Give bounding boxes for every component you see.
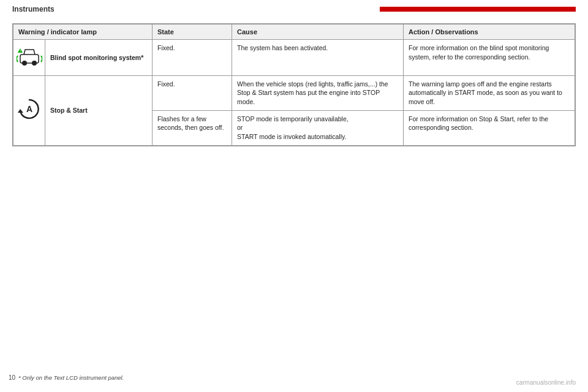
stop-start-action-text-2: For more information on Stop & Start, re… xyxy=(409,115,570,132)
blind-spot-state-text: Fixed. xyxy=(157,43,227,53)
stop-start-cause-text-1: When the vehicle stops (red lights, traf… xyxy=(237,80,398,107)
footnote-text: * Only on the Text LCD instrument panel. xyxy=(18,374,124,381)
blind-spot-cause: The system has been activated. xyxy=(232,40,404,76)
stop-start-cause-1: When the vehicle stops (red lights, traf… xyxy=(232,75,404,110)
col-header-action: Action / Observations xyxy=(404,24,575,40)
stop-start-state-text-2: Flashes for a few seconds, then goes off… xyxy=(157,115,227,132)
stop-start-label: Stop & Start xyxy=(50,106,147,115)
blind-spot-icon-cell: ! xyxy=(13,40,45,76)
footnote: * Only on the Text LCD instrument panel. xyxy=(18,374,124,381)
blind-spot-action: For more information on the blind spot m… xyxy=(404,40,575,76)
stop-start-icon: A xyxy=(17,97,42,121)
watermark: carmanualsonline.info xyxy=(516,379,576,386)
stop-start-action-text-1: The warning lamp goes off and the engine… xyxy=(409,80,570,107)
stop-start-icon-cell: A xyxy=(13,75,45,145)
col-header-cause: Cause xyxy=(232,24,404,40)
stop-start-action-2: For more information on Stop & Start, re… xyxy=(404,110,575,145)
table-row-blind-spot: ! Blind spot monitoring system* Fixed. T… xyxy=(13,40,575,76)
table-row-stop-start-1: A Stop & Start Fixed. When the vehicle s… xyxy=(13,75,575,110)
page-header: Instruments xyxy=(0,0,588,16)
table-header-row: Warning / indicator lamp State Cause Act… xyxy=(13,24,575,40)
stop-start-state-1: Fixed. xyxy=(153,75,232,110)
col-header-state: State xyxy=(153,24,232,40)
stop-start-cause-2: STOP mode is temporarily unavailable,orS… xyxy=(232,110,404,145)
blind-spot-name-cell: Blind spot monitoring system* xyxy=(45,40,153,76)
stop-start-name-cell: Stop & Start xyxy=(45,75,153,145)
blind-spot-label: Blind spot monitoring system* xyxy=(50,53,147,62)
blind-spot-state: Fixed. xyxy=(153,40,232,76)
warning-table: Warning / indicator lamp State Cause Act… xyxy=(13,24,575,146)
stop-start-action-1: The warning lamp goes off and the engine… xyxy=(404,75,575,110)
col-header-warning: Warning / indicator lamp xyxy=(13,24,153,40)
stop-start-state-2: Flashes for a few seconds, then goes off… xyxy=(153,110,232,145)
header-accent-bar xyxy=(380,7,576,12)
blind-spot-cause-text: The system has been activated. xyxy=(237,43,398,53)
main-table-container: Warning / indicator lamp State Cause Act… xyxy=(12,23,576,146)
stop-start-cause-text-2: STOP mode is temporarily unavailable,orS… xyxy=(237,115,398,141)
svg-point-1 xyxy=(22,61,27,66)
svg-text:A: A xyxy=(26,104,32,114)
page-title: Instruments xyxy=(12,5,374,13)
page-number: 10 xyxy=(9,374,15,381)
svg-marker-5 xyxy=(18,109,23,113)
stop-start-state-text-1: Fixed. xyxy=(157,80,227,89)
svg-point-2 xyxy=(32,61,37,66)
blind-spot-icon: ! xyxy=(17,43,42,69)
blind-spot-action-text: For more information on the blind spot m… xyxy=(409,43,570,61)
